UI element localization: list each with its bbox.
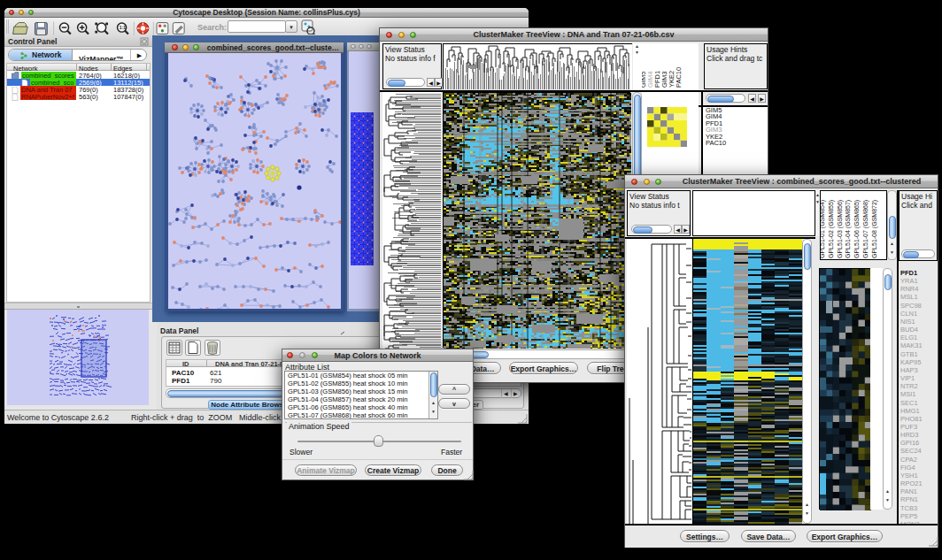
- svg-text:1:1: 1:1: [120, 25, 126, 30]
